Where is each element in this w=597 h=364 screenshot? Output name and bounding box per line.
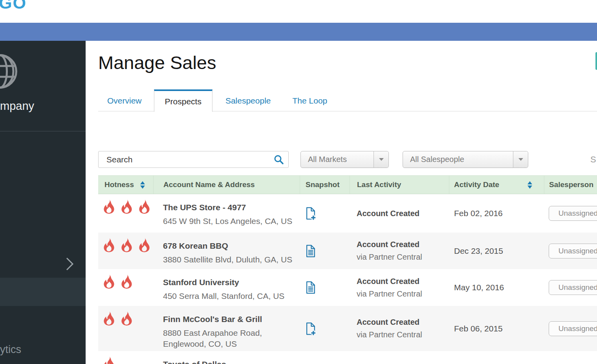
unassigned-button[interactable]: Unassigned xyxy=(549,280,597,295)
caret-down-icon xyxy=(518,158,523,161)
activity-date-cell: May 10, 2016 xyxy=(449,269,544,306)
table-row[interactable]: 678 Korean BBQ3880 Satellite Blvd, Dulut… xyxy=(98,233,597,269)
activity-text: Account Created xyxy=(357,209,449,218)
table-row[interactable]: The UPS Store - 4977645 W 9th St, Los An… xyxy=(98,194,597,233)
page-title: Manage Sales xyxy=(98,52,216,73)
activity-date-cell xyxy=(449,351,544,364)
document-text-icon[interactable] xyxy=(306,244,316,258)
sidebar: mpany ytics xyxy=(0,41,86,364)
hotness-cell xyxy=(98,351,153,364)
sort-arrows-icon[interactable] xyxy=(140,181,145,189)
activity-date-cell: Feb 06, 2015 xyxy=(449,306,544,351)
account-name: 678 Korean BBQ xyxy=(163,241,300,251)
markets-dropdown[interactable]: All Markets xyxy=(300,151,389,168)
activity-date: Feb 06, 2015 xyxy=(454,324,503,333)
activity-via-text: via Partner Central xyxy=(357,330,449,339)
tab-overview[interactable]: Overview xyxy=(107,89,142,112)
dropdown-arrow-box[interactable] xyxy=(374,151,388,167)
account-cell: 678 Korean BBQ3880 Satellite Blvd, Dulut… xyxy=(153,233,300,269)
account-cell: Finn McCool's Bar & Grill8880 East Arapa… xyxy=(153,306,300,351)
snapshot-cell xyxy=(300,306,350,351)
table-row[interactable]: Finn McCool's Bar & Grill8880 East Arapa… xyxy=(98,306,597,351)
column-header-activity-date[interactable]: Activity Date xyxy=(449,176,544,194)
sidebar-item-analytics[interactable]: ytics xyxy=(0,344,21,356)
unassigned-button[interactable]: Unassigned xyxy=(549,321,597,336)
activity-text: Account Created xyxy=(357,240,449,249)
company-name-label: mpany xyxy=(0,100,34,113)
tab-bar: Overview Prospects Salespeople The Loop xyxy=(98,89,327,112)
account-cell: The UPS Store - 4977645 W 9th St, Los An… xyxy=(153,194,300,233)
activity-date: Dec 23, 2015 xyxy=(454,246,503,256)
activity-text: Account Created xyxy=(357,318,449,327)
unassigned-button[interactable]: Unassigned xyxy=(549,244,597,258)
document-text-icon[interactable] xyxy=(306,281,316,294)
account-name: Stanford University xyxy=(163,277,300,288)
flame-icon xyxy=(138,238,150,253)
prospects-table: Hotness Account Name & Address Snapshot … xyxy=(98,175,597,364)
last-activity-cell: Account Created xyxy=(350,194,449,233)
last-activity-cell: Account Createdvia Partner Central xyxy=(350,306,449,351)
account-address: 8880 East Arapahoe Road, xyxy=(163,328,300,339)
last-activity-cell: Account Createdvia Partner Central xyxy=(350,269,449,306)
sidebar-item-highlighted[interactable] xyxy=(0,278,86,306)
account-cell: Stanford University450 Serra Mall, Stanf… xyxy=(153,269,300,306)
tab-the-loop[interactable]: The Loop xyxy=(293,89,328,112)
flame-icon xyxy=(121,238,133,253)
logo[interactable]: GO xyxy=(0,0,27,13)
hotness-cell xyxy=(98,233,153,269)
sort-arrows-icon[interactable] xyxy=(527,181,532,189)
hotness-cell xyxy=(98,269,153,306)
snapshot-cell xyxy=(300,351,350,364)
search-input[interactable] xyxy=(98,151,289,168)
salespeople-dropdown[interactable]: All Salespeople xyxy=(403,151,528,168)
caret-down-icon xyxy=(379,158,384,161)
activity-date-cell: Dec 23, 2015 xyxy=(449,233,544,269)
salespeople-dropdown-value: All Salespeople xyxy=(403,155,513,164)
chevron-right-icon[interactable] xyxy=(65,257,75,271)
top-bar: GO xyxy=(0,0,597,23)
column-header-salesperson: Salesperson xyxy=(544,176,597,194)
table-header: Hotness Account Name & Address Snapshot … xyxy=(98,175,597,194)
account-name: Toyota of Dallas xyxy=(163,359,300,364)
table-body: The UPS Store - 4977645 W 9th St, Los An… xyxy=(98,194,597,364)
activity-date: May 10, 2016 xyxy=(454,283,504,292)
salesperson-cell: Unassigned xyxy=(544,194,597,233)
flame-icon xyxy=(103,274,115,289)
salesperson-cell: Unassigned xyxy=(544,269,597,306)
tab-salespeople[interactable]: Salespeople xyxy=(225,89,271,112)
flame-icon xyxy=(103,356,115,364)
globe-icon xyxy=(0,53,18,89)
hotness-cell xyxy=(98,194,153,233)
account-address: 645 W 9th St, Los Angeles, CA, US xyxy=(163,216,300,227)
flame-icon xyxy=(121,311,133,326)
activity-text: Account Created xyxy=(357,277,449,286)
header-bar xyxy=(0,23,597,41)
tab-prospects[interactable]: Prospects xyxy=(154,89,212,112)
partial-text-right: S xyxy=(590,155,596,165)
column-header-hotness[interactable]: Hotness xyxy=(98,176,153,194)
dropdown-arrow-box[interactable] xyxy=(513,151,528,167)
markets-dropdown-value: All Markets xyxy=(301,155,374,164)
flame-icon xyxy=(103,311,115,326)
table-row[interactable]: Stanford University450 Serra Mall, Stanf… xyxy=(98,269,597,306)
snapshot-cell xyxy=(300,233,350,269)
activity-via-text: via Partner Central xyxy=(357,253,449,262)
salesperson-cell: Unassigned xyxy=(544,306,597,351)
account-address: 450 Serra Mall, Stanford, CA, US xyxy=(163,291,300,302)
partial-action-button[interactable] xyxy=(595,52,597,70)
activity-date-cell: Feb 02, 2016 xyxy=(449,194,544,233)
table-row[interactable]: Toyota of Dallas xyxy=(98,351,597,364)
sidebar-divider xyxy=(0,131,86,131)
unassigned-button[interactable]: Unassigned xyxy=(549,206,597,221)
flame-icon xyxy=(121,199,133,214)
document-add-icon[interactable] xyxy=(306,322,316,335)
document-add-icon[interactable] xyxy=(306,207,316,220)
account-address-line2: Englewood, CO, US xyxy=(163,339,300,349)
search-icon[interactable] xyxy=(274,155,284,165)
salesperson-cell xyxy=(544,351,597,364)
last-activity-cell xyxy=(350,351,449,364)
account-address: 3880 Satellite Blvd, Duluth, GA, US xyxy=(163,254,300,265)
column-header-last-activity: Last Activity xyxy=(350,176,449,194)
snapshot-cell xyxy=(300,269,350,306)
flame-icon xyxy=(103,199,115,214)
